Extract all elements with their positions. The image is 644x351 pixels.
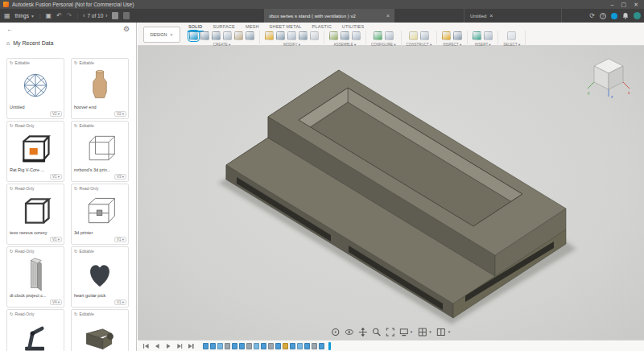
- user-avatar[interactable]: [634, 12, 641, 19]
- timeline-feature-icon[interactable]: [304, 343, 310, 349]
- revolve-icon[interactable]: [234, 31, 243, 40]
- timeline-feature-icon[interactable]: [268, 343, 274, 349]
- timeline-feature-icon[interactable]: [312, 343, 317, 349]
- workspace-selector[interactable]: DESIGN▼: [143, 27, 180, 43]
- redo-icon[interactable]: ↷: [67, 12, 72, 19]
- timeline-feature-icon[interactable]: [283, 343, 288, 349]
- insert-derive-icon[interactable]: [473, 31, 481, 40]
- sync-status-icon[interactable]: ⟳: [589, 12, 595, 19]
- zoom-icon[interactable]: [372, 328, 381, 337]
- cloud-sync-icon: ↻: [74, 186, 78, 191]
- data-panel-item[interactable]: ↻EditableUntitledV2 ▾: [6, 58, 64, 119]
- undo-icon[interactable]: ↶: [56, 12, 62, 19]
- data-panel-item[interactable]: ↻Editable: [71, 309, 129, 351]
- look-at-icon[interactable]: [345, 328, 353, 337]
- box-icon[interactable]: [200, 31, 209, 40]
- version-badge[interactable]: V1 ▾: [114, 237, 126, 242]
- change-parameters-icon[interactable]: [310, 31, 319, 40]
- display-settings-icon[interactable]: [399, 328, 408, 337]
- notification-bell-icon[interactable]: [622, 12, 629, 19]
- rigid-group-icon[interactable]: [352, 31, 361, 40]
- new-document-icon[interactable]: [112, 12, 118, 19]
- version-badge[interactable]: V1 ▾: [114, 299, 126, 305]
- gear-icon[interactable]: ⚙: [123, 25, 130, 33]
- timeline-feature-icon[interactable]: [203, 343, 208, 349]
- timeline-feature-icon[interactable]: [290, 343, 295, 349]
- hole-icon[interactable]: [246, 31, 254, 40]
- timeline-feature-icon[interactable]: [246, 343, 252, 349]
- project-menu[interactable]: things▼: [15, 13, 35, 19]
- extrude-icon[interactable]: [223, 31, 232, 40]
- step-back-icon[interactable]: [153, 342, 161, 350]
- close-button[interactable]: ✕: [634, 2, 638, 8]
- viewports-icon[interactable]: [437, 328, 446, 337]
- timeline-feature-icon[interactable]: [319, 343, 324, 349]
- configuration-icon[interactable]: [374, 31, 382, 40]
- timeline-feature-icon[interactable]: [261, 343, 266, 349]
- data-panel-item[interactable]: ↻Editableheart guitar pickV1 ▾: [71, 246, 129, 308]
- data-panel-item[interactable]: ↻Read-Onlydt clock project c...V4 ▾: [6, 246, 64, 308]
- data-panel-item[interactable]: ↻Read-Only3d printerV1 ▾: [71, 184, 129, 245]
- close-tab-icon[interactable]: ×: [489, 13, 493, 19]
- document-tab-active[interactable]: xbox series s stand ( with ventilation )…: [264, 9, 394, 23]
- section-analysis-icon[interactable]: [453, 31, 462, 40]
- data-panel-item[interactable]: ↻Read-Only: [6, 309, 64, 351]
- step-forward-icon[interactable]: [175, 342, 184, 350]
- pan-icon[interactable]: [358, 328, 367, 337]
- data-panel-item[interactable]: ↻Read-Onlytevo nereus corexyV1 ▾: [6, 184, 64, 245]
- timeline-feature-icon[interactable]: [225, 343, 230, 349]
- new-component-icon[interactable]: [329, 31, 338, 40]
- version-badge[interactable]: V1 ▾: [50, 174, 62, 180]
- timeline-feature-icon[interactable]: [275, 343, 281, 349]
- combine-icon[interactable]: [299, 31, 308, 40]
- fillet-icon[interactable]: [276, 31, 285, 40]
- goto-beginning-icon[interactable]: [142, 342, 150, 350]
- close-tab-icon[interactable]: ×: [386, 13, 390, 19]
- create-sketch-icon[interactable]: [189, 31, 198, 40]
- shell-icon[interactable]: [287, 31, 296, 40]
- cylinder-icon[interactable]: [212, 31, 221, 40]
- select-icon[interactable]: [507, 31, 516, 40]
- model-3d[interactable]: [138, 46, 644, 340]
- app-grid-icon[interactable]: ▦: [4, 12, 10, 19]
- data-panel-item[interactable]: ↻Editablemrbond's 3d prin...V3 ▾: [71, 121, 129, 182]
- version-badge[interactable]: V1 ▾: [50, 237, 62, 242]
- press-pull-icon[interactable]: [265, 31, 274, 40]
- measure-icon[interactable]: [442, 31, 451, 40]
- timeline-feature-icon[interactable]: [297, 343, 303, 349]
- modeling-viewport[interactable]: y x z ▼ ▼ ▼: [138, 46, 644, 340]
- next-page-icon[interactable]: ›: [105, 13, 107, 19]
- layout-grid-icon[interactable]: [418, 328, 427, 337]
- version-badge[interactable]: V2 ▾: [114, 111, 126, 117]
- timeline-position-marker[interactable]: [328, 342, 331, 350]
- document-icon[interactable]: [123, 12, 130, 19]
- minimize-button[interactable]: –: [611, 2, 614, 8]
- version-badge[interactable]: V2 ▾: [50, 111, 62, 117]
- job-status-icon[interactable]: [611, 13, 617, 19]
- maximize-button[interactable]: ▢: [621, 2, 627, 8]
- fit-view-icon[interactable]: [386, 328, 394, 337]
- data-panel-item[interactable]: ↻Read-OnlyRat Rig V-Core ...V1 ▾: [6, 121, 64, 182]
- orbit-icon[interactable]: [331, 328, 340, 337]
- timeline-feature-icon[interactable]: [232, 343, 237, 349]
- view-cube[interactable]: y x z: [586, 54, 633, 101]
- insert-mesh-icon[interactable]: [484, 31, 493, 40]
- help-icon[interactable]: ?: [600, 13, 606, 19]
- configuration-table-icon[interactable]: [385, 31, 394, 40]
- back-arrow-icon[interactable]: ←: [6, 26, 13, 33]
- play-icon[interactable]: [164, 342, 172, 350]
- timeline-feature-icon[interactable]: [217, 343, 223, 349]
- construct-plane-icon[interactable]: [409, 31, 418, 40]
- timeline-feature-icon[interactable]: [239, 343, 245, 349]
- timeline-feature-icon[interactable]: [210, 343, 216, 349]
- timeline-feature-icon[interactable]: [254, 343, 259, 349]
- data-panel-item[interactable]: ↻Editablehoover endV2 ▾: [71, 58, 129, 119]
- prev-page-icon[interactable]: ‹: [83, 13, 85, 19]
- save-icon[interactable]: ▣: [46, 12, 52, 19]
- joint-icon[interactable]: [341, 31, 349, 40]
- version-badge[interactable]: V3 ▾: [114, 174, 126, 180]
- goto-end-icon[interactable]: [187, 342, 195, 350]
- document-tab-untitled[interactable]: Untitled ×: [464, 9, 562, 23]
- construct-axis-icon[interactable]: [420, 31, 429, 40]
- version-badge[interactable]: V4 ▾: [50, 299, 62, 305]
